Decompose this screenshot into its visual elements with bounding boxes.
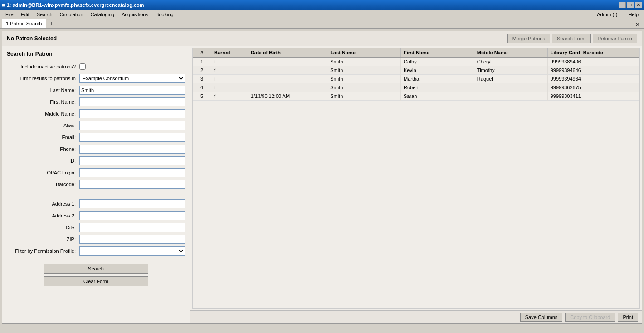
cell-num: 5 xyxy=(193,92,211,101)
menu-help[interactable]: Help xyxy=(624,11,642,18)
search-form-button[interactable]: Search Form xyxy=(552,34,591,43)
limit-results-select[interactable]: Example Consortium xyxy=(79,74,185,83)
status-bar xyxy=(0,326,644,333)
cell-num: 3 xyxy=(193,75,211,83)
menu-circulation[interactable]: Circulation xyxy=(56,11,87,18)
email-input[interactable] xyxy=(79,133,185,142)
col-header-first-name[interactable]: First Name xyxy=(401,48,474,57)
body-split: Search for Patron Include inactive patro… xyxy=(2,46,642,323)
print-button[interactable]: Print xyxy=(618,313,638,322)
cell-num: 4 xyxy=(193,83,211,92)
cell-dob xyxy=(248,83,327,92)
id-label: ID: xyxy=(7,158,79,164)
menu-file[interactable]: File xyxy=(2,11,17,18)
id-row: ID: xyxy=(7,156,185,166)
table-row[interactable]: 2 f Smith Kevin Timothy 99999394646 xyxy=(193,66,639,75)
maximize-button[interactable]: □ xyxy=(627,2,634,8)
opac-login-label: OPAC Login: xyxy=(7,170,79,175)
cell-middle-name xyxy=(474,92,547,101)
menu-search[interactable]: Search xyxy=(33,11,56,18)
address1-input[interactable] xyxy=(79,199,185,208)
table-row[interactable]: 3 f Smith Martha Raquel 99999394964 xyxy=(193,75,639,83)
save-columns-button[interactable]: Save Columns xyxy=(520,313,563,322)
search-form-title: Search for Patron xyxy=(7,51,185,57)
col-header-last-name[interactable]: Last Name xyxy=(327,48,401,57)
first-name-input[interactable] xyxy=(79,97,185,106)
address1-label: Address 1: xyxy=(7,201,79,207)
cell-middle-name: Raquel xyxy=(474,75,547,83)
include-inactive-checkbox[interactable] xyxy=(79,63,86,70)
top-buttons: Merge Patrons Search Form Retrieve Patro… xyxy=(507,34,637,43)
cell-last-name: Smith xyxy=(327,83,401,92)
cell-first-name: Kevin xyxy=(401,66,474,75)
table-row[interactable]: 5 f 1/13/90 12:00 AM Smith Sarah 9999930… xyxy=(193,92,639,101)
middle-name-input[interactable] xyxy=(79,109,185,118)
city-row: City: xyxy=(7,222,185,232)
menu-edit[interactable]: Edit xyxy=(17,11,33,18)
first-name-label: First Name: xyxy=(7,99,79,105)
alias-input[interactable] xyxy=(79,121,185,130)
col-header-dob[interactable]: Date of Birth xyxy=(248,48,327,57)
cell-barcode: 99999389406 xyxy=(547,57,639,66)
cell-first-name: Sarah xyxy=(401,92,474,101)
col-header-num[interactable]: # xyxy=(193,48,211,57)
filter-permission-select[interactable] xyxy=(79,246,185,256)
menu-cataloging[interactable]: Cataloging xyxy=(87,11,118,18)
title-bar-controls[interactable]: — □ ✕ xyxy=(619,2,642,8)
barcode-input[interactable] xyxy=(79,180,185,189)
col-header-barcode[interactable]: Library Card: Barcode xyxy=(547,48,639,57)
cell-middle-name xyxy=(474,83,547,92)
tab-patron-search[interactable]: 1 Patron Search xyxy=(2,19,46,28)
buttons-area: Search Clear Form xyxy=(7,262,185,288)
last-name-input[interactable] xyxy=(79,86,185,95)
alias-row: Alias: xyxy=(7,121,185,130)
cell-dob xyxy=(248,57,327,66)
middle-name-row: Middle Name: xyxy=(7,109,185,119)
title-bar: ■ 1: admin@BR1-winxpvmfx.phasefx.evergre… xyxy=(0,0,644,10)
retrieve-patron-button[interactable]: Retrieve Patron xyxy=(593,34,637,43)
last-name-row: Last Name: xyxy=(7,85,185,95)
merge-patrons-button[interactable]: Merge Patrons xyxy=(507,34,550,43)
copy-clipboard-button[interactable]: Copy to Clipboard xyxy=(565,313,615,322)
cell-middle-name: Cheryl xyxy=(474,57,547,66)
col-header-barred[interactable]: Barred xyxy=(211,48,248,57)
limit-results-label: Limit results to patrons in xyxy=(7,76,79,81)
menu-booking[interactable]: Booking xyxy=(152,11,177,18)
address-separator xyxy=(7,195,185,195)
cell-num: 2 xyxy=(193,66,211,75)
address2-label: Address 2: xyxy=(7,213,79,218)
clear-form-button[interactable]: Clear Form xyxy=(44,276,148,286)
tab-close-button[interactable]: ✕ xyxy=(631,21,644,28)
last-name-label: Last Name: xyxy=(7,87,79,93)
tab-bar: 1 Patron Search + ✕ xyxy=(0,19,644,29)
search-button[interactable]: Search xyxy=(44,264,148,274)
address2-row: Address 2: xyxy=(7,211,185,221)
tab-add-button[interactable]: + xyxy=(46,19,57,28)
include-inactive-label: Include inactive patrons? xyxy=(7,64,79,69)
barcode-label: Barcode: xyxy=(7,182,79,187)
zip-input[interactable] xyxy=(79,235,185,244)
zip-row: ZIP: xyxy=(7,234,185,244)
phone-input[interactable] xyxy=(79,145,185,154)
cell-barred: f xyxy=(211,75,248,83)
menu-admin[interactable]: Admin (-) xyxy=(593,11,621,18)
table-row[interactable]: 4 f Smith Robert 99999362675 xyxy=(193,83,639,92)
id-input[interactable] xyxy=(79,156,185,165)
city-input[interactable] xyxy=(79,223,185,232)
menu-acquisitions[interactable]: Acquisitions xyxy=(118,11,152,18)
city-label: City: xyxy=(7,225,79,230)
middle-name-label: Middle Name: xyxy=(7,111,79,116)
table-row[interactable]: 1 f Smith Cathy Cheryl 99999389406 xyxy=(193,57,639,66)
cell-barcode: 99999394964 xyxy=(547,75,639,83)
address1-row: Address 1: xyxy=(7,199,185,209)
results-panel: # Barred Date of Birth Last Name First N… xyxy=(190,46,642,323)
address2-input[interactable] xyxy=(79,211,185,220)
results-bottom: Save Columns Copy to Clipboard Print xyxy=(190,310,642,323)
cell-first-name: Martha xyxy=(401,75,474,83)
col-header-middle-name[interactable]: Middle Name xyxy=(474,48,547,57)
minimize-button[interactable]: — xyxy=(619,2,626,8)
opac-login-input[interactable] xyxy=(79,168,185,177)
cell-dob xyxy=(248,66,327,75)
close-window-button[interactable]: ✕ xyxy=(635,2,642,8)
email-label: Email: xyxy=(7,135,79,140)
